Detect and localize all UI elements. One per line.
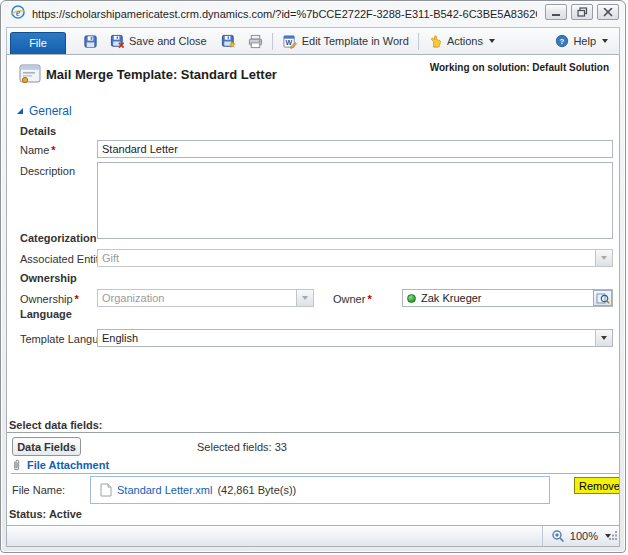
associated-entity-value: Gift [98,250,595,266]
description-input[interactable] [97,162,613,239]
owner-label: Owner* [333,293,372,305]
ownership-label: Ownership* [20,293,79,305]
save-and-close-button[interactable]: Save and Close [107,32,210,51]
zoom-level: 100% [570,530,598,542]
file-attachment-label: File Attachment [27,459,109,471]
save-and-new-icon [221,34,236,49]
form-content: Mail Merge Template: Standard Letter Wor… [6,55,620,525]
section-collapse-icon [16,107,24,115]
toolbar-separator [272,33,273,50]
working-on-solution-text: Working on solution: Default Solution [430,62,609,73]
required-marker: * [75,293,79,305]
actions-hand-icon [428,34,443,49]
template-language-value: English [98,330,595,346]
svg-text:?: ? [560,37,565,46]
page-title: Mail Merge Template: Standard Letter [46,67,277,82]
chevron-down-icon [296,290,313,306]
word-document-icon: W [282,34,298,49]
help-label: Help [573,35,596,47]
status-bar: 100% [6,525,620,547]
chevron-down-icon [595,330,612,346]
description-label: Description [20,165,75,177]
form-toolbar: File Save and Close [6,27,620,55]
svg-text:e: e [16,7,21,18]
chevron-down-icon [602,39,608,43]
browser-window: e https://scholarshipamericatest.crm.dyn… [0,0,626,553]
help-icon: ? [555,34,569,48]
file-name-link[interactable]: Standard Letter.xml [117,484,212,496]
actions-label: Actions [447,35,483,47]
resize-grip[interactable] [609,526,618,544]
save-button[interactable] [80,32,101,51]
file-name-label: File Name: [12,484,65,496]
required-marker: * [51,144,55,156]
help-menu-button[interactable]: ? Help [552,32,611,50]
file-attachment-box: Standard Letter.xml (42,861 Byte(s)) [90,476,550,504]
ownership-value: Organization [98,290,296,306]
internet-explorer-icon: e [10,4,26,24]
name-label: Name* [20,144,56,156]
restore-button[interactable] [571,4,593,20]
file-attachment-header: File Attachment [11,458,619,474]
save-icon [83,34,98,49]
mail-merge-template-entity-icon [18,62,42,90]
ownership-select: Organization [97,289,314,307]
print-icon [248,34,263,49]
general-section-header[interactable]: General [16,104,72,118]
edit-template-in-word-label: Edit Template in Word [302,35,409,47]
section-divider [7,432,619,433]
window-controls [545,4,619,20]
file-menu-tab[interactable]: File [10,32,66,54]
owner-value: Zak Krueger [416,292,593,304]
window-title: https://scholarshipamericatest.crm.dynam… [32,8,537,20]
owner-lookup-field[interactable]: Zak Krueger [402,289,613,307]
minimize-button[interactable] [545,4,567,20]
paperclip-icon [11,458,22,472]
save-and-new-button[interactable] [218,32,239,51]
owner-lookup-button[interactable] [593,290,612,306]
actions-menu-button[interactable]: Actions [425,32,498,51]
remove-button[interactable]: Remove [574,477,620,494]
categorization-section-label: Categorization [20,232,96,244]
toolbar-separator [418,33,419,50]
language-section-label: Language [20,308,72,320]
file-size-text: (42,861 Byte(s)) [217,484,296,496]
chevron-down-icon [489,39,495,43]
select-data-fields-label: Select data fields: [9,419,103,431]
required-marker: * [367,293,371,305]
template-language-select[interactable]: English [97,329,613,347]
print-button[interactable] [245,32,266,51]
zoom-control[interactable]: 100% [542,526,619,546]
zoom-magnifier-icon [551,529,565,543]
status-text: Status: Active [9,508,82,520]
ownership-section-label: Ownership [20,272,77,284]
xml-file-icon [100,483,112,497]
presence-online-icon [407,294,416,303]
titlebar: e https://scholarshipamericatest.crm.dyn… [1,1,625,27]
svg-text:W: W [285,39,292,46]
close-button[interactable] [597,4,619,20]
name-input[interactable] [97,140,613,158]
chevron-down-icon [595,250,612,266]
details-section-label: Details [20,125,56,137]
edit-template-in-word-button[interactable]: W Edit Template in Word [279,32,412,51]
save-and-close-icon [110,34,125,49]
selected-fields-count: Selected fields: 33 [197,441,287,453]
lookup-magnifier-icon [596,292,610,305]
associated-entity-select: Gift [97,249,613,267]
save-and-close-label: Save and Close [129,35,207,47]
screen: e https://scholarshipamericatest.crm.dyn… [0,0,628,555]
general-section-label: General [29,104,72,118]
data-fields-button[interactable]: Data Fields [12,437,81,456]
